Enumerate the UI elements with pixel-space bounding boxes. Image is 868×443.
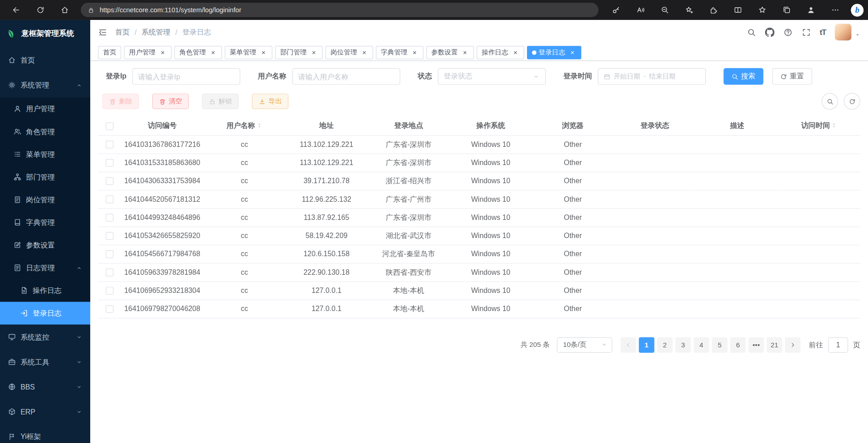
row-checkbox[interactable] — [106, 287, 113, 295]
address-bar[interactable]: https://ccnetcore.com:1101/system/log/lo… — [81, 3, 598, 17]
close-tab-icon[interactable]: × — [361, 49, 368, 56]
close-tab-icon[interactable]: × — [209, 49, 217, 56]
add-favorite-icon[interactable] — [680, 2, 698, 18]
sidebar-item-system-monitor[interactable]: 系统监控 — [0, 325, 90, 350]
tab-post-management[interactable]: 岗位管理× — [326, 46, 373, 59]
refresh-table-button[interactable] — [844, 93, 860, 110]
toggle-search-button[interactable] — [822, 93, 839, 110]
page-button-4[interactable]: 4 — [694, 337, 709, 352]
split-screen-icon[interactable] — [729, 2, 747, 18]
next-page-button[interactable] — [785, 337, 800, 352]
page-button-2[interactable]: 2 — [657, 337, 673, 352]
page-button-5[interactable]: 5 — [712, 337, 727, 352]
sidebar-item-home[interactable]: 首页 — [0, 48, 90, 73]
prev-page-button[interactable] — [620, 337, 636, 352]
sidebar-item-user-management[interactable]: 用户管理 — [0, 97, 90, 120]
tab-operation-log[interactable]: 操作日志× — [477, 46, 524, 59]
site-security-icon[interactable] — [88, 6, 95, 14]
close-tab-icon[interactable]: × — [260, 49, 268, 56]
avatar-caret-icon[interactable] — [855, 32, 860, 38]
browser-back-icon[interactable] — [8, 2, 24, 18]
username-input[interactable] — [292, 68, 400, 85]
close-tab-icon[interactable]: × — [159, 49, 166, 56]
sidebar-item-system-tools[interactable]: 系统工具 — [0, 350, 90, 375]
copilot-icon[interactable]: b — [851, 4, 863, 16]
sidebar-item-system-management[interactable]: 系统管理 — [0, 73, 90, 97]
export-button[interactable]: 导出 — [252, 93, 288, 109]
breadcrumb-item[interactable]: 首页 — [115, 27, 130, 37]
sidebar-item-login-log[interactable]: 登录日志 — [0, 302, 90, 325]
status-select[interactable]: 登录状态 — [438, 68, 546, 85]
help-icon[interactable] — [783, 27, 793, 37]
sidebar-item-log-management[interactable]: 日志管理 — [0, 256, 90, 279]
sort-icon[interactable] — [256, 122, 262, 128]
unlock-button[interactable]: 解锁 — [202, 93, 239, 109]
page-button-3[interactable]: 3 — [675, 337, 691, 352]
row-checkbox[interactable] — [106, 250, 113, 258]
close-tab-icon[interactable]: × — [310, 49, 318, 56]
close-tab-icon[interactable]: × — [411, 49, 419, 56]
tab-param-settings[interactable]: 参数设置× — [426, 46, 474, 59]
close-tab-icon[interactable]: × — [569, 49, 576, 56]
tab-dept-management[interactable]: 部门管理× — [275, 46, 323, 59]
collections-icon[interactable] — [778, 2, 795, 18]
sidebar-item-operation-log[interactable]: 操作日志 — [0, 279, 90, 302]
reset-button[interactable]: 重置 — [772, 68, 812, 85]
page-button-6[interactable]: 6 — [730, 337, 746, 352]
goto-page-input[interactable] — [828, 337, 848, 352]
fullscreen-icon[interactable] — [801, 27, 811, 37]
tab-login-log[interactable]: 登录日志× — [527, 46, 581, 59]
zoom-icon[interactable] — [656, 2, 674, 18]
more-icon[interactable] — [827, 2, 844, 18]
sidebar-item-bbs[interactable]: BBS — [0, 375, 90, 399]
login-time-range-picker[interactable]: 开始日期 - 结束日期 — [598, 68, 706, 85]
browser-refresh-icon[interactable] — [32, 2, 49, 18]
profile-icon[interactable] — [802, 2, 820, 18]
tab-role-management[interactable]: 角色管理× — [175, 46, 222, 59]
tab-user-management[interactable]: 用户管理× — [124, 46, 171, 59]
row-checkbox[interactable] — [106, 214, 113, 222]
row-checkbox[interactable] — [106, 232, 113, 240]
more-pages-button[interactable]: ••• — [748, 337, 764, 352]
row-checkbox[interactable] — [106, 305, 113, 313]
browser-home-icon[interactable] — [57, 2, 73, 18]
sidebar-item-yi-framework[interactable]: Yi框架 — [0, 424, 90, 443]
row-checkbox[interactable] — [106, 159, 113, 167]
sidebar-item-dept-management[interactable]: 部门管理 — [0, 166, 90, 188]
sidebar-item-erp[interactable]: ERP — [0, 399, 90, 424]
clear-button[interactable]: 清空 — [152, 93, 189, 109]
github-icon[interactable] — [765, 27, 775, 37]
sidebar-item-role-management[interactable]: 角色管理 — [0, 120, 90, 143]
close-tab-icon[interactable]: × — [461, 49, 469, 56]
delete-button[interactable]: 删除 — [102, 93, 139, 109]
login-ip-input[interactable] — [132, 68, 240, 85]
row-checkbox[interactable] — [106, 269, 113, 277]
tab-home[interactable]: 首页 — [98, 46, 121, 59]
row-checkbox[interactable] — [106, 195, 113, 203]
row-checkbox[interactable] — [106, 177, 113, 185]
close-tab-icon[interactable]: × — [512, 49, 519, 56]
user-avatar[interactable] — [835, 24, 852, 41]
select-all-checkbox[interactable] — [106, 122, 113, 130]
tab-menu-management[interactable]: 菜单管理× — [225, 46, 273, 59]
page-size-select[interactable]: 10条/页 — [557, 337, 612, 352]
extensions-icon[interactable] — [705, 2, 722, 18]
sort-icon[interactable] — [831, 122, 837, 128]
last-page-button[interactable]: 21 — [767, 337, 782, 352]
font-size-icon[interactable]: tT — [820, 28, 826, 37]
sidebar-item-dict-management[interactable]: 字典管理 — [0, 211, 90, 234]
fold-sidebar-icon[interactable] — [98, 27, 107, 37]
column-header-time[interactable]: 访问时间 — [778, 116, 860, 135]
page-button-1[interactable]: 1 — [639, 337, 654, 352]
sidebar-item-param-settings[interactable]: 参数设置 — [0, 234, 90, 256]
favorites-icon[interactable] — [753, 2, 771, 18]
key-icon[interactable] — [607, 2, 625, 18]
row-checkbox[interactable] — [106, 141, 113, 149]
breadcrumb-item[interactable]: 系统管理 — [141, 27, 170, 37]
search-icon[interactable] — [746, 27, 756, 37]
column-header-user[interactable]: 用户名称 — [203, 116, 285, 135]
search-button[interactable]: 搜索 — [723, 68, 763, 85]
tab-dict-management[interactable]: 字典管理× — [376, 46, 424, 59]
sidebar-item-menu-management[interactable]: 菜单管理 — [0, 143, 90, 166]
sidebar-item-post-management[interactable]: 岗位管理 — [0, 188, 90, 211]
